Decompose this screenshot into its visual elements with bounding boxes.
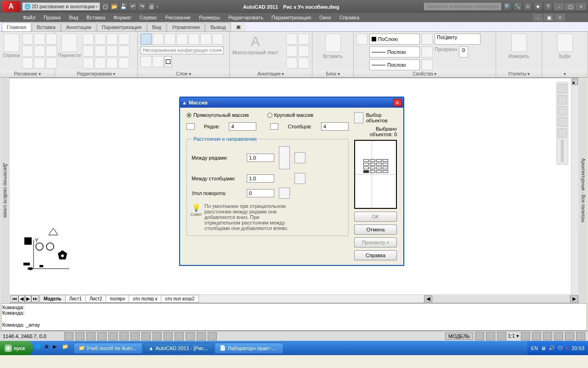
tool-palettes-tab[interactable]: Архитектурные - Все палитры — [578, 78, 588, 303]
otrack-button[interactable] — [119, 332, 129, 340]
print-icon[interactable]: 🖨 — [147, 2, 155, 11]
col-offset-input[interactable] — [247, 174, 274, 183]
language-indicator[interactable]: EN — [531, 345, 538, 351]
toolbar-lock-button[interactable] — [543, 332, 552, 340]
start-button[interactable]: пуск — [0, 341, 33, 355]
menu-format[interactable]: Формат — [113, 15, 131, 20]
fav-icon[interactable]: ★ — [534, 2, 542, 11]
media-icon[interactable]: ▶ — [53, 344, 61, 353]
modify-tool-button[interactable] — [107, 58, 118, 69]
help-button[interactable]: Справка — [354, 250, 397, 260]
modify-tool-button[interactable] — [83, 46, 94, 57]
clipboard-button[interactable] — [557, 34, 573, 52]
lineweight-combo[interactable]: Послою — [369, 46, 420, 58]
dialog-titlebar[interactable]: ▲ Массив × — [180, 98, 403, 108]
insert-block-button[interactable] — [325, 34, 341, 52]
modify-tool-button[interactable] — [107, 34, 118, 45]
hscroll-right-icon[interactable]: ▶ — [570, 295, 578, 302]
layer-tool-button[interactable] — [153, 34, 164, 45]
layout-tab[interactable]: отн поляр к — [129, 295, 161, 303]
ribbon-group-draw[interactable]: Рисование ▾ — [0, 70, 55, 77]
linetype-combo[interactable]: Послою — [369, 59, 420, 70]
draw-tool-button[interactable] — [34, 34, 45, 45]
cols-input[interactable] — [321, 122, 349, 131]
taskbar-item-active[interactable]: ▲AutoCAD 2011 - [Рис... — [144, 343, 213, 354]
ortho-button[interactable] — [86, 332, 96, 340]
ribbon-expand-icon[interactable]: ▣ — [232, 23, 245, 31]
close-button[interactable]: × — [576, 3, 586, 10]
modify-tool-button[interactable] — [95, 58, 106, 69]
explorer-icon[interactable]: 📁 — [62, 344, 70, 353]
nav-showmotion-icon[interactable] — [558, 128, 567, 138]
layer-tool-button[interactable] — [164, 34, 175, 45]
osnap-button[interactable] — [108, 332, 118, 340]
layer-tool-button[interactable] — [141, 56, 152, 67]
polar-button[interactable] — [97, 332, 107, 340]
select-objects-button[interactable] — [354, 112, 363, 123]
menu-insert[interactable]: Вставка — [86, 15, 105, 20]
qat-dropdown-icon[interactable]: ▾ — [156, 4, 158, 9]
snap-mode-button[interactable] — [64, 332, 74, 340]
layout-tab[interactable]: полярн — [106, 295, 129, 303]
layer-tool-button[interactable] — [212, 34, 223, 45]
menu-modify[interactable]: Редактировать — [228, 15, 263, 20]
tab-nav-prev-icon[interactable]: ◀ — [18, 295, 25, 302]
layer-combo[interactable] — [164, 56, 172, 67]
isolate-objects-button[interactable] — [565, 332, 574, 340]
ribbon-group-block[interactable]: Блок ▾ — [312, 70, 353, 77]
draw-tool-button[interactable] — [22, 34, 33, 45]
qp-button[interactable] — [164, 332, 173, 340]
prop-button[interactable] — [422, 34, 433, 45]
ok-button[interactable]: OK — [354, 212, 397, 222]
plot-style-combo[interactable]: ПоЦвету — [435, 34, 481, 45]
dyn-button[interactable] — [141, 332, 151, 340]
nav-slider[interactable] — [561, 139, 564, 162]
sc-button[interactable] — [175, 332, 184, 340]
hscroll-left-icon[interactable]: ◀ — [424, 295, 432, 302]
tab-parametric[interactable]: Параметризация — [97, 23, 147, 31]
modify-tool-button[interactable] — [119, 34, 130, 45]
modify-tool-button[interactable] — [95, 34, 106, 45]
minimize-button[interactable]: - — [554, 3, 564, 10]
draw-tool-button[interactable] — [34, 58, 45, 69]
doc-restore-button[interactable]: ▣ — [544, 14, 554, 21]
command-line[interactable]: Команда: Команда: Команда: _array — [1, 303, 587, 331]
hardware-accel-button[interactable] — [554, 332, 563, 340]
status-toggle-button[interactable] — [197, 332, 206, 340]
clean-screen-button[interactable] — [576, 332, 585, 340]
ribbon-group-modify[interactable]: Редактирование ▾ — [55, 70, 137, 77]
polar-array-radio[interactable]: Круговой массив — [267, 112, 314, 118]
coordinates-display[interactable]: 1148.4, 2460.7, 0.0 — [3, 334, 62, 339]
grid-button[interactable] — [75, 332, 85, 340]
quickview-drawings-button[interactable] — [486, 332, 495, 340]
modify-tool-button[interactable] — [107, 46, 118, 57]
ribbon-group-clipboard[interactable]: ▾ — [542, 70, 588, 77]
ribbon-group-layers[interactable]: Слои ▾ — [138, 70, 229, 77]
status-toggle-button[interactable] — [186, 332, 195, 340]
tray-icon[interactable]: 🔊 — [548, 345, 555, 351]
line-tool-button[interactable] — [4, 34, 19, 52]
match-prop-button[interactable] — [356, 34, 368, 45]
nav-orbit-icon[interactable] — [558, 117, 567, 126]
nav-pan-icon[interactable] — [558, 95, 567, 104]
layer-manager-tab[interactable]: Диспетчер свойств слоев — [0, 78, 10, 303]
lwt-button[interactable] — [153, 332, 162, 340]
menu-edit[interactable]: Правка — [44, 15, 61, 20]
menu-view[interactable]: Вид — [69, 15, 78, 20]
annot-tool-button[interactable] — [286, 58, 297, 69]
mtext-icon[interactable]: А — [246, 34, 265, 49]
help-icon[interactable]: ? — [544, 2, 552, 11]
draw-tool-button[interactable] — [34, 46, 45, 57]
tray-icon[interactable]: K — [565, 345, 569, 351]
measure-button[interactable] — [511, 34, 527, 52]
ribbon-group-utilities[interactable]: Утилиты ▾ — [496, 70, 542, 77]
open-icon[interactable]: 📂 — [110, 2, 119, 11]
draw-tool-button[interactable] — [22, 46, 33, 57]
infocenter-search[interactable] — [424, 2, 502, 11]
layer-config-combo[interactable]: Несохраненная конфигурация слое▾ — [141, 46, 224, 54]
row-offset-input[interactable] — [247, 154, 274, 162]
transparency-value[interactable]: 0 — [459, 46, 468, 58]
layout-tab[interactable]: Лист1 — [65, 295, 86, 303]
tab-annotate[interactable]: Аннотации — [61, 23, 96, 31]
annot-tool-button[interactable] — [298, 46, 309, 57]
